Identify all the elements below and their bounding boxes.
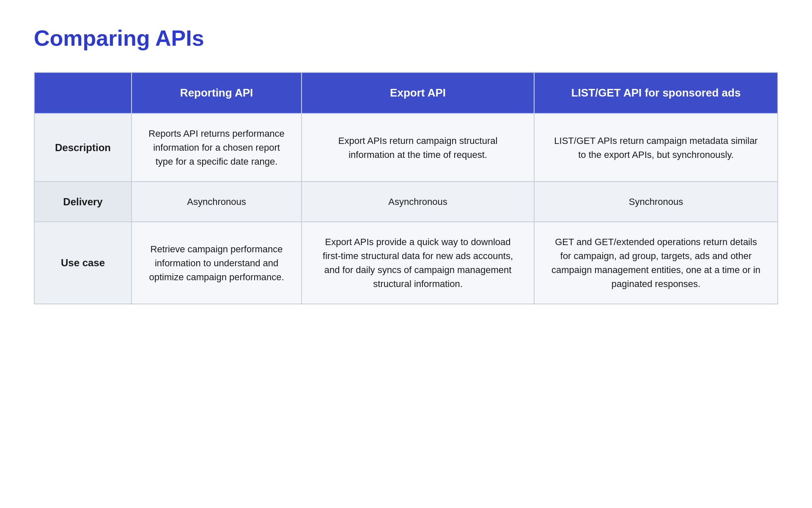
- description-col1: Reports API returns performance informat…: [132, 113, 302, 182]
- table-row: Use case Retrieve campaign performance i…: [34, 222, 778, 304]
- header-col1: Reporting API: [132, 72, 302, 113]
- table-row: Delivery Asynchronous Asynchronous Synch…: [34, 182, 778, 222]
- row-label-delivery: Delivery: [34, 182, 132, 222]
- header-col2: Export API: [302, 72, 534, 113]
- description-col2: Export APIs return campaign structural i…: [302, 113, 534, 182]
- usecase-col3: GET and GET/extended operations return d…: [534, 222, 778, 304]
- description-col3: LIST/GET APIs return campaign metadata s…: [534, 113, 778, 182]
- delivery-col2: Asynchronous: [302, 182, 534, 222]
- comparison-table: Reporting API Export API LIST/GET API fo…: [34, 72, 778, 304]
- row-label-description: Description: [34, 113, 132, 182]
- table-row: Description Reports API returns performa…: [34, 113, 778, 182]
- usecase-col1: Retrieve campaign performance informatio…: [132, 222, 302, 304]
- page-title: Comparing APIs: [34, 25, 778, 51]
- row-label-usecase: Use case: [34, 222, 132, 304]
- header-empty: [34, 72, 132, 113]
- usecase-col2: Export APIs provide a quick way to downl…: [302, 222, 534, 304]
- header-col3: LIST/GET API for sponsored ads: [534, 72, 778, 113]
- delivery-col1: Asynchronous: [132, 182, 302, 222]
- delivery-col3: Synchronous: [534, 182, 778, 222]
